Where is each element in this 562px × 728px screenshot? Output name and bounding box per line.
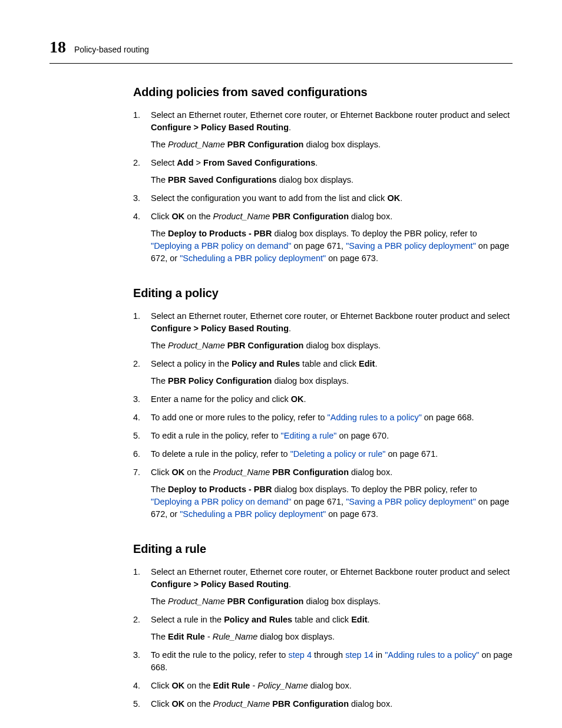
text: through	[312, 650, 345, 660]
text: To edit the rule to the policy, refer to	[151, 650, 288, 660]
list-item: 3. To edit the rule to the policy, refer…	[133, 649, 513, 674]
sub-text: The PBR Saved Configurations dialog box …	[151, 174, 513, 186]
heading-editing-rule: Editing a rule	[133, 541, 513, 558]
list-item: 2. Select a rule in the Policy and Rules…	[133, 614, 513, 643]
sub-text: The Deploy to Products - PBR dialog box …	[151, 228, 513, 265]
text: Select an Ethernet router, Ethernet core…	[151, 567, 510, 577]
button-ref: OK	[291, 394, 304, 404]
text: on the	[184, 681, 213, 690]
text: dialog box.	[308, 681, 352, 690]
text: on the	[184, 212, 213, 221]
sub-text: The Product_Name PBR Configuration dialo…	[151, 595, 513, 608]
xref-link[interactable]: "Adding rules to a policy"	[328, 413, 422, 422]
text: on page 671,	[291, 241, 346, 251]
sub-text: The PBR Policy Configuration dialog box …	[151, 375, 513, 387]
product-name: Product_Name	[213, 467, 270, 477]
page-header: 18 Policy-based routing	[49, 35, 513, 64]
xref-link[interactable]: "Deploying a PBR policy on demand"	[151, 497, 291, 506]
sub-text: The Product_Name PBR Configuration dialo…	[151, 340, 513, 352]
text: dialog box displays.	[303, 341, 381, 350]
xref-link[interactable]: "Deploying a PBR policy on demand"	[151, 241, 291, 251]
text: dialog box.	[349, 212, 392, 221]
list-item: 3. Select the configuration you want to …	[133, 192, 513, 205]
xref-link[interactable]: step 4	[288, 650, 312, 660]
dialog-name: Edit Rule	[168, 632, 205, 641]
text: .	[289, 324, 291, 333]
list-item: 1. Select an Ethernet router, Ethernet c…	[133, 310, 513, 352]
steps-editing-rule: 1. Select an Ethernet router, Ethernet c…	[133, 566, 513, 710]
text: .	[375, 359, 377, 368]
text: The	[151, 485, 168, 494]
text: dialog box.	[349, 467, 392, 477]
text: Select an Ethernet router, Ethernet core…	[151, 311, 510, 321]
header-title: Policy-based routing	[74, 44, 149, 55]
text: on page 673.	[326, 253, 378, 263]
list-item: 2. Select Add > From Saved Configuration…	[133, 157, 513, 186]
dialog-name: Deploy to Products - PBR	[168, 485, 272, 494]
list-item: 1. Select an Ethernet router, Ethernet c…	[133, 109, 513, 151]
step-text: Select an Ethernet router, Ethernet core…	[151, 110, 510, 120]
text: Click	[151, 212, 171, 221]
text: on page 671.	[386, 449, 438, 459]
text: .	[289, 123, 291, 132]
xref-link[interactable]: "Adding rules to a policy"	[385, 650, 479, 660]
dialog-name: PBR Configuration	[270, 467, 349, 477]
text: dialog box displays.	[303, 597, 381, 606]
list-item: 2. Select a policy in the Policy and Rul…	[133, 358, 513, 387]
table-name: Policy and Rules	[224, 615, 292, 624]
dialog-name: PBR Configuration	[225, 140, 304, 149]
text: .	[304, 394, 306, 404]
text: The	[151, 597, 168, 606]
list-item: 5. Click OK on the Product_Name PBR Conf…	[133, 698, 513, 710]
xref-link[interactable]: step 14	[345, 650, 373, 660]
product-name: Product_Name	[168, 597, 225, 606]
text: dialog box displays. To deploy the PBR p…	[272, 485, 477, 494]
text: .	[368, 615, 370, 624]
xref-link[interactable]: "Scheduling a PBR policy deployment"	[180, 253, 326, 263]
xref-link[interactable]: "Saving a PBR policy deployment"	[346, 497, 476, 506]
text: >	[194, 158, 204, 167]
text: dialog box displays.	[303, 140, 381, 149]
text: To edit a rule in the policy, refer to	[151, 431, 281, 440]
text: table and click	[300, 359, 359, 368]
dialog-name: PBR Saved Configurations	[168, 175, 277, 185]
product-name: Product_Name	[168, 341, 225, 350]
xref-link[interactable]: "Editing a rule"	[281, 431, 337, 440]
text: dialog box displays. To deploy the PBR p…	[272, 229, 477, 238]
text: .	[400, 193, 402, 203]
product-name: Product_Name	[213, 212, 270, 221]
text: To delete a rule in the policy, refer to	[151, 449, 290, 459]
product-name: Product_Name	[168, 140, 225, 149]
dialog-name: PBR Configuration	[225, 341, 304, 350]
table-name: Policy and Rules	[232, 359, 300, 368]
text: dialog box displays.	[272, 376, 349, 386]
list-item: 4. Click OK on the Edit Rule - Policy_Na…	[133, 680, 513, 692]
text: The	[151, 175, 168, 185]
page: 18 Policy-based routing Adding policies …	[0, 0, 562, 728]
steps-adding-policies: 1. Select an Ethernet router, Ethernet c…	[133, 109, 513, 265]
button-ref: Edit	[359, 359, 375, 368]
chapter-number: 18	[49, 35, 66, 60]
text: on page 668.	[422, 413, 474, 422]
heading-adding-policies: Adding policies from saved configuration…	[133, 84, 513, 101]
text: Select	[151, 158, 177, 167]
heading-editing-policy: Editing a policy	[133, 285, 513, 302]
dialog-name: PBR Configuration	[270, 699, 349, 709]
text: The	[151, 376, 168, 386]
button-ref: OK	[387, 193, 400, 203]
menu-path: Configure > Policy Based Routing	[151, 123, 289, 132]
text: on page 671,	[291, 497, 346, 506]
text: Select a policy in the	[151, 359, 232, 368]
button-ref: OK	[171, 467, 184, 477]
text: dialog box displays.	[257, 632, 335, 641]
text: The	[151, 341, 168, 350]
xref-link[interactable]: "Scheduling a PBR policy deployment"	[180, 509, 326, 519]
xref-link[interactable]: "Saving a PBR policy deployment"	[346, 241, 476, 251]
text: The	[151, 229, 168, 238]
text: -	[250, 681, 257, 690]
text: on the	[184, 699, 213, 709]
text: on page 673.	[326, 509, 378, 519]
list-item: 4. To add one or more rules to the polic…	[133, 411, 513, 424]
xref-link[interactable]: "Deleting a policy or rule"	[290, 449, 386, 459]
button-ref: OK	[171, 681, 184, 690]
